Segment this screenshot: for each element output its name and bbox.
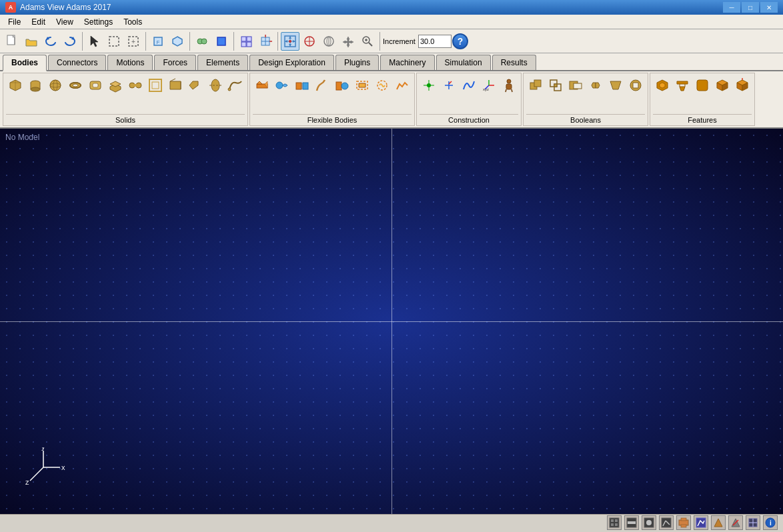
solid-button[interactable] <box>212 32 231 51</box>
solids-icons <box>6 75 245 114</box>
redo-button[interactable] <box>61 32 79 51</box>
person-marker-icon[interactable] <box>500 76 518 95</box>
point-icon[interactable] <box>420 76 438 95</box>
flex-icon-7[interactable] <box>373 76 392 95</box>
tab-plugins[interactable]: Plugins <box>335 55 379 70</box>
zoom-button[interactable] <box>358 32 377 51</box>
tab-simulation[interactable]: Simulation <box>436 55 491 70</box>
axis-indicator: z x y <box>20 447 67 487</box>
revolution-icon[interactable] <box>206 76 225 95</box>
open-button[interactable] <box>22 32 41 51</box>
increment-label: Increment <box>383 37 416 45</box>
svg-point-68 <box>211 79 219 91</box>
status-icon-9[interactable] <box>746 515 760 530</box>
menu-tools[interactable]: Tools <box>118 16 147 28</box>
marker-icon[interactable] <box>440 76 458 95</box>
status-icon-1[interactable] <box>607 515 622 530</box>
app-icon: A <box>5 2 16 13</box>
status-icon-2[interactable] <box>624 515 639 530</box>
tab-machinery[interactable]: Machinery <box>380 55 434 70</box>
tab-design-exploration[interactable]: Design Exploration <box>249 55 334 70</box>
bool-union-icon[interactable] <box>526 76 545 95</box>
bool-icon-6[interactable] <box>626 76 645 95</box>
undo-button[interactable] <box>41 32 60 51</box>
bool-icon-5[interactable] <box>606 76 625 95</box>
status-icon-7[interactable] <box>711 515 726 530</box>
menu-view[interactable]: View <box>51 16 79 28</box>
curve-icon[interactable] <box>460 76 478 95</box>
sphere-icon[interactable] <box>46 76 65 95</box>
maximize-button[interactable]: □ <box>742 2 759 13</box>
cylinder-icon[interactable] <box>26 76 45 95</box>
front-view-button[interactable]: F <box>149 32 167 51</box>
link-icon[interactable] <box>126 76 145 95</box>
iso-view-button[interactable] <box>168 32 187 51</box>
menu-bar: File Edit View Settings Tools <box>0 15 783 29</box>
tab-connectors[interactable]: Connectors <box>48 55 106 70</box>
bool-subtract-icon[interactable] <box>566 76 585 95</box>
svg-rect-108 <box>633 83 638 88</box>
svg-rect-16 <box>241 42 246 47</box>
svg-line-98 <box>512 89 512 92</box>
help-button[interactable]: ? <box>452 33 468 49</box>
menu-settings[interactable]: Settings <box>79 16 118 28</box>
flex-icon-1[interactable] <box>253 76 271 95</box>
status-icon-5[interactable] <box>676 515 691 530</box>
feature-icon-5[interactable] <box>733 76 752 95</box>
minimize-button[interactable]: ─ <box>723 2 740 13</box>
status-icon-3[interactable] <box>642 515 656 530</box>
plate-icon[interactable] <box>106 76 125 95</box>
pan-button[interactable] <box>339 32 357 51</box>
svg-rect-75 <box>296 83 301 89</box>
tab-bodies[interactable]: Bodies <box>3 55 47 71</box>
flex-icon-2[interactable] <box>273 76 291 95</box>
flex-icon-5[interactable] <box>333 76 351 95</box>
extrude-icon[interactable] <box>186 76 205 95</box>
menu-file[interactable]: File <box>3 16 26 28</box>
group-button[interactable] <box>193 32 211 51</box>
status-icon-8[interactable] <box>728 515 743 530</box>
bool-link-icon[interactable] <box>586 76 605 95</box>
panel-icon[interactable] <box>166 76 185 95</box>
status-icon-info[interactable]: i <box>763 515 778 530</box>
svg-point-70 <box>228 88 231 91</box>
tab-results[interactable]: Results <box>492 55 536 70</box>
circle-select-button[interactable] <box>300 32 319 51</box>
tab-elements[interactable]: Elements <box>197 55 248 70</box>
menu-edit[interactable]: Edit <box>26 16 51 28</box>
group-booleans: Booleans <box>523 73 648 126</box>
feature-icon-4[interactable] <box>713 76 732 95</box>
box-select-button[interactable] <box>105 32 123 51</box>
flex-icon-8[interactable] <box>393 76 412 95</box>
flex-icon-4[interactable] <box>313 76 331 95</box>
status-icon-4[interactable] <box>659 515 674 530</box>
tube-icon[interactable] <box>86 76 105 95</box>
dynamic-rotate-button[interactable] <box>319 32 338 51</box>
svg-marker-83 <box>359 83 365 87</box>
snap-center-button[interactable] <box>256 32 275 51</box>
feature-icon-3[interactable] <box>693 76 712 95</box>
close-button[interactable]: ✕ <box>760 2 778 13</box>
increment-input[interactable] <box>418 35 452 48</box>
xyz-marker-icon[interactable]: xyz <box>480 76 498 95</box>
tab-motions[interactable]: Motions <box>107 55 153 70</box>
flex-icon-6[interactable] <box>353 76 371 95</box>
new-button[interactable] <box>3 32 21 51</box>
status-icon-6[interactable] <box>694 515 708 530</box>
svg-rect-96 <box>506 84 512 89</box>
sweep-icon[interactable] <box>226 76 245 95</box>
svg-rect-63 <box>152 82 159 89</box>
frame-icon[interactable] <box>146 76 165 95</box>
sim-run-button[interactable] <box>237 32 255 51</box>
select-button[interactable] <box>85 32 104 51</box>
feature-icon-1[interactable] <box>653 76 672 95</box>
box-icon[interactable] <box>6 76 25 95</box>
bool-intersect-icon[interactable] <box>546 76 565 95</box>
torus-icon[interactable] <box>66 76 85 95</box>
flex-icon-3[interactable] <box>293 76 311 95</box>
feature-icon-2[interactable] <box>673 76 692 95</box>
tab-forces[interactable]: Forces <box>154 55 196 70</box>
move-to-center-button[interactable] <box>281 32 299 51</box>
viewport[interactable]: No Model z x y <box>0 129 783 514</box>
add-button[interactable]: + <box>124 32 143 51</box>
